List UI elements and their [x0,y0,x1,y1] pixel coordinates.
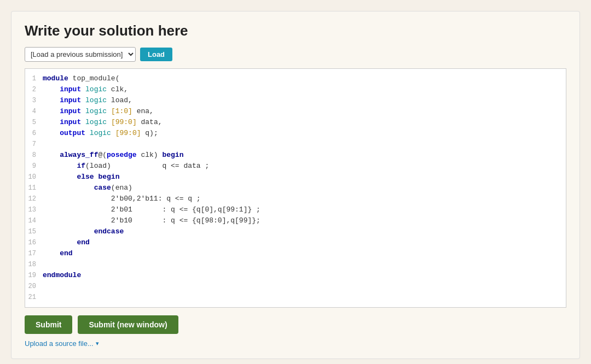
line-content: output logic [99:0] q); [43,128,566,139]
line-number: 3 [25,96,43,105]
code-line: 6 output logic [99:0] q); [25,128,566,139]
code-line: 11 case(ena) [25,183,566,193]
code-line: 20 [25,281,566,292]
chevron-down-icon: ▾ [96,340,99,347]
line-number: 17 [25,249,43,259]
code-line: 15 endcase [25,226,566,237]
line-number: 20 [25,281,43,291]
line-number: 10 [25,172,43,182]
line-number: 2 [25,85,43,95]
line-content: endmodule [43,270,566,281]
code-line: 9 if(load) q <= data ; [25,161,566,172]
code-line: 4 input logic [1:0] ena, [25,106,566,117]
code-line: 16 end [25,237,566,248]
code-line: 14 2'b10 : q <= {q[98:0],q[99]}; [25,215,566,226]
page-title: Write your solution here [25,22,566,39]
submit-button[interactable]: Submit [25,315,72,334]
load-button[interactable]: Load [140,48,172,61]
main-container: Write your solution here [Load a previou… [11,11,580,359]
code-line: 12 2'b00,2'b11: q <= q ; [25,193,566,204]
line-content: end [43,237,566,248]
upload-source-link[interactable]: Upload a source file... ▾ [25,339,566,348]
code-line: 2 input logic clk, [25,84,566,95]
line-number: 18 [25,260,43,269]
line-content: 2'b01 : q <= {q[0],q[99:1]} ; [43,204,566,215]
line-content: 2'b10 : q <= {q[98:0],q[99]}; [43,215,566,226]
code-line: 19endmodule [25,270,566,281]
line-content: input logic clk, [43,84,566,95]
code-line: 8 always_ff@(posedge clk) begin [25,150,566,161]
submission-select[interactable]: [Load a previous submission] [25,47,136,62]
line-content [43,292,566,303]
line-number: 15 [25,227,43,237]
toolbar: [Load a previous submission] Load [25,47,566,62]
line-number: 7 [25,139,43,149]
line-content [43,281,566,292]
line-content: input logic [99:0] data, [43,117,566,128]
line-content: input logic load, [43,95,566,106]
line-number: 4 [25,107,43,116]
line-number: 9 [25,161,43,171]
code-line: 1module top_module( [25,73,566,84]
bottom-toolbar: Submit Submit (new window) [25,315,566,334]
line-number: 8 [25,150,43,160]
code-editor[interactable]: 1module top_module(2 input logic clk,3 i… [25,68,566,308]
line-number: 5 [25,118,43,127]
line-content: input logic [1:0] ena, [43,106,566,117]
line-number: 16 [25,238,43,248]
line-content: case(ena) [43,183,566,193]
line-content [43,259,566,270]
code-line: 13 2'b01 : q <= {q[0],q[99:1]} ; [25,204,566,215]
line-number: 13 [25,205,43,215]
line-content: endcase [43,226,566,237]
line-content: 2'b00,2'b11: q <= q ; [43,193,566,204]
line-number: 21 [25,292,43,302]
code-line: 17 end [25,248,566,259]
line-content: if(load) q <= data ; [43,161,566,172]
code-line: 18 [25,259,566,270]
line-number: 1 [25,74,43,84]
submit-new-window-button[interactable]: Submit (new window) [78,315,178,334]
line-number: 6 [25,128,43,138]
line-number: 11 [25,183,43,193]
code-line: 21 [25,292,566,303]
code-line: 5 input logic [99:0] data, [25,117,566,128]
code-line: 3 input logic load, [25,95,566,106]
line-content [43,139,566,150]
line-content: else begin [43,172,566,183]
line-number: 14 [25,216,43,226]
code-line: 7 [25,139,566,150]
code-line: 10 else begin [25,172,566,183]
line-content: end [43,248,566,259]
upload-label: Upload a source file... [25,339,94,348]
line-content: always_ff@(posedge clk) begin [43,150,566,161]
line-number: 19 [25,271,43,280]
line-content: module top_module( [43,73,566,84]
line-number: 12 [25,194,43,204]
